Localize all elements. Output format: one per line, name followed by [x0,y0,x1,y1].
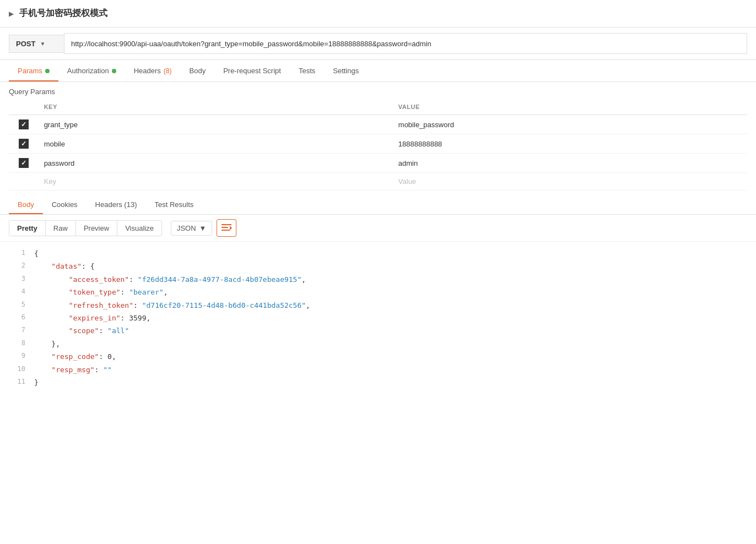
table-row-placeholder: Key Value [9,173,747,191]
svg-rect-0 [222,224,231,225]
tab-authorization[interactable]: Authorization [58,60,125,81]
row3-checkbox[interactable] [19,158,29,168]
json-line-1: 1 { [9,247,747,260]
section-title: 手机号加密码授权模式 [19,8,107,19]
format-type-dropdown[interactable]: JSON ▼ [171,221,213,236]
row3-value[interactable]: admin [393,154,747,173]
row1-value[interactable]: mobile_password [393,115,747,134]
tab-params[interactable]: Params [9,60,58,81]
query-params-label: Query Params [9,82,747,99]
json-viewer: 1 { 2 "datas": { 3 "access_token": "f26d… [0,242,756,394]
svg-marker-3 [230,226,232,230]
json-line-5: 5 "refresh_token": "d716cf20-7115-4d48-b… [9,299,747,312]
query-params-section: Query Params KEY VALUE grant_type mobile… [0,82,756,191]
method-dropdown-arrow: ▼ [40,41,45,47]
row2-checkbox[interactable] [19,139,29,149]
svg-rect-2 [222,230,230,231]
json-line-10: 10 "resp_msg": "" [9,363,747,376]
resp-tab-test-results-label: Test Results [154,200,193,209]
params-dot [45,69,50,73]
tab-params-label: Params [18,67,42,75]
tab-headers[interactable]: Headers (8) [125,60,181,81]
row1-key[interactable]: grant_type [39,115,393,134]
json-line-9: 9 "resp_code": 0, [9,350,747,363]
json-line-2: 2 "datas": { [9,260,747,273]
format-pretty-btn[interactable]: Pretty [9,221,46,236]
placeholder-value[interactable]: Value [393,173,747,191]
table-row: grant_type mobile_password [9,115,747,134]
json-line-8: 8 }, [9,338,747,350]
tab-tests-label: Tests [299,67,315,75]
format-type-label: JSON [177,224,196,232]
tab-pre-request-script[interactable]: Pre-request Script [214,60,290,81]
json-line-4: 4 "token_type": "bearer", [9,286,747,298]
resp-tab-body[interactable]: Body [9,195,43,214]
tab-pre-request-label: Pre-request Script [223,67,281,75]
json-line-11: 11 } [9,376,747,389]
request-tabs-bar: Params Authorization Headers (8) Body Pr… [0,60,756,82]
tab-body[interactable]: Body [181,60,215,81]
wrap-icon [221,223,232,233]
method-selector[interactable]: POST ▼ [9,35,64,53]
table-row: mobile 18888888888 [9,134,747,154]
resp-tab-cookies[interactable]: Cookies [43,195,87,214]
format-btn-group: Pretty Raw Preview Visualize [9,220,162,236]
url-input[interactable] [64,33,747,54]
col-key-header: KEY [39,99,393,115]
placeholder-key[interactable]: Key [39,173,393,191]
json-line-7: 7 "scope": "all" [9,324,747,337]
params-table: KEY VALUE grant_type mobile_password [9,99,747,191]
tab-authorization-label: Authorization [67,67,109,75]
tab-body-label: Body [190,67,206,75]
row1-checkbox[interactable] [19,119,29,129]
wrap-toggle-btn[interactable] [217,219,236,237]
section-arrow-icon: ▶ [9,10,14,18]
resp-tab-headers[interactable]: Headers (13) [87,195,146,214]
headers-count: (8) [164,67,172,75]
resp-tab-cookies-label: Cookies [52,200,78,209]
col-check-header [9,99,39,115]
row3-key[interactable]: password [39,154,393,173]
resp-tab-body-label: Body [18,200,34,209]
response-toolbar: Pretty Raw Preview Visualize JSON ▼ [0,215,756,242]
tab-tests[interactable]: Tests [290,60,324,81]
resp-tab-test-results[interactable]: Test Results [145,195,202,214]
tab-settings-label: Settings [333,67,359,75]
request-bar: POST ▼ [0,28,756,60]
response-tabs-bar: Body Cookies Headers (13) Test Results [0,195,756,215]
json-line-6: 6 "expires_in": 3599, [9,312,747,324]
section-header[interactable]: ▶ 手机号加密码授权模式 [0,0,756,28]
format-visualize-btn[interactable]: Visualize [117,221,161,236]
tab-headers-label: Headers [134,67,161,75]
format-preview-btn[interactable]: Preview [76,221,117,236]
col-value-header: VALUE [393,99,747,115]
auth-dot [112,69,116,73]
table-row: password admin [9,154,747,173]
json-line-3: 3 "access_token": "f26dd344-7a8a-4977-8a… [9,273,747,286]
row2-key[interactable]: mobile [39,134,393,154]
format-raw-btn[interactable]: Raw [46,221,76,236]
resp-tab-headers-label: Headers (13) [95,200,137,209]
format-dropdown-arrow: ▼ [199,224,207,232]
row2-value[interactable]: 18888888888 [393,134,747,154]
tab-settings[interactable]: Settings [324,60,368,81]
svg-rect-1 [222,227,228,228]
method-label: POST [16,40,35,48]
